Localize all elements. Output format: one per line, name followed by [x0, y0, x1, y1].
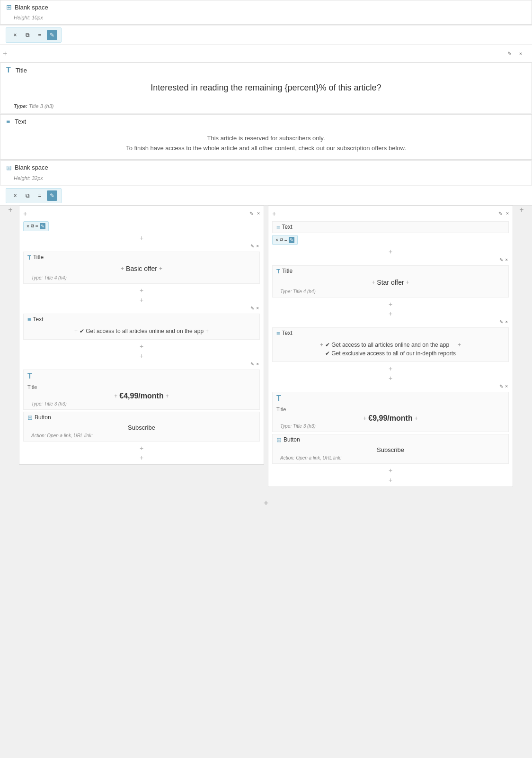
col2-price-meta: Type: Title 3 (h3)	[273, 423, 508, 432]
col2-plus-4[interactable]: +	[270, 309, 511, 318]
col1-title-right-plus[interactable]: +	[159, 265, 162, 272]
col1-title-content: Basic offer	[126, 265, 157, 272]
text-block-content: This article is reserved for subscribers…	[0, 128, 532, 159]
toolbar2-copy-btn[interactable]: ⧉	[22, 190, 33, 201]
col1-plus-2[interactable]: +	[21, 233, 262, 243]
col1-x-3[interactable]: ×	[256, 306, 259, 311]
left-add-btn[interactable]: +	[6, 206, 15, 214]
title-T-icon: T	[6, 66, 11, 74]
col2-plus-2[interactable]: +	[270, 247, 511, 256]
col1-tb-edit[interactable]: ✎	[40, 223, 45, 229]
col2-plus-bottom-2[interactable]: +	[270, 475, 511, 485]
col1-pencil-top[interactable]: ✎	[249, 211, 253, 216]
x-btn-1[interactable]: ×	[516, 49, 525, 58]
col1-pencil-2[interactable]: ✎	[250, 244, 254, 249]
text-block-icon: ≡	[6, 117, 10, 125]
col2-plus-6[interactable]: +	[270, 373, 511, 383]
col2-x-top[interactable]: ×	[506, 211, 509, 216]
col2-title-left-plus[interactable]: +	[372, 279, 375, 286]
col2-edit-row: ✎ ×	[270, 256, 511, 263]
col2-plus-bottom-1[interactable]: +	[270, 466, 511, 475]
col1-btn-preview: Subscribe	[24, 423, 259, 432]
col2-tb-close[interactable]: ×	[275, 237, 278, 243]
text-block-label: Text	[15, 118, 26, 125]
col2-price-x[interactable]: ×	[505, 384, 508, 389]
col2-plus-top[interactable]: +	[272, 210, 276, 217]
toolbar-copy-btn[interactable]: ⧉	[22, 30, 33, 40]
col1-price-right-plus[interactable]: +	[166, 393, 169, 399]
col2-text-sub-block: ≡ Text + ✔ Get access to all articles on…	[272, 327, 509, 362]
toolbar2-close-btn[interactable]: ×	[10, 190, 20, 201]
col1-plus-3[interactable]: +	[21, 286, 262, 295]
col2-pencil-3[interactable]: ✎	[499, 319, 503, 325]
col2-btn-grid-icon: ⊞	[276, 436, 282, 443]
bottom-add-btn[interactable]: +	[0, 493, 532, 514]
col2-price-left-plus[interactable]: +	[363, 415, 366, 422]
toolbar-edit-btn[interactable]: ✎	[47, 30, 57, 40]
col1-plus-4[interactable]: +	[21, 295, 262, 305]
col2-tb-edit[interactable]: ✎	[289, 237, 294, 243]
toolbar2-edit-btn[interactable]: ✎	[47, 190, 57, 201]
col1-tb-close[interactable]: ×	[27, 224, 29, 229]
col2-plus-3[interactable]: +	[270, 299, 511, 309]
col2-tb-menu[interactable]: =	[284, 237, 287, 243]
second-toolbar-row: × ⧉ = ✎	[0, 186, 532, 206]
blank-space-meta-2: Height: 32px	[0, 174, 532, 185]
col1-title-T: T	[27, 254, 31, 261]
col1-price-x[interactable]: ×	[256, 361, 259, 367]
col1-inner-toolbar: × ⧉ = ✎	[23, 221, 49, 231]
col2-tb-copy[interactable]: ⧉	[280, 237, 283, 243]
pencil-btn-1[interactable]: ✎	[505, 49, 514, 58]
col2-text-label: Text	[282, 330, 293, 336]
col1-title-label: Title	[33, 254, 44, 261]
col1-price-left-plus[interactable]: +	[114, 393, 117, 399]
blank-space-block-2: ⊞ Blank space Height: 32px	[0, 161, 532, 185]
col2-btn-label: Button	[284, 436, 300, 443]
toolbar-menu-btn[interactable]: =	[35, 30, 45, 40]
main-toolbar-row: × ⧉ = ✎	[0, 26, 532, 45]
col1-price-pencil[interactable]: ✎	[250, 361, 254, 367]
col2-price-pencil[interactable]: ✎	[499, 384, 503, 389]
column-1: + ✎ × × ⧉ = ✎ + ✎ × T Titl	[19, 206, 264, 465]
col1-x-2[interactable]: ×	[256, 244, 259, 249]
col1-tb-copy[interactable]: ⧉	[31, 223, 34, 229]
col2-pencil-top[interactable]: ✎	[498, 211, 502, 216]
main-toolbar: × ⧉ = ✎	[6, 27, 62, 43]
col2-price-content: €9,99/month	[368, 414, 412, 423]
second-toolbar: × ⧉ = ✎	[6, 188, 62, 203]
toolbar2-menu-btn[interactable]: =	[35, 190, 45, 201]
col2-x-3[interactable]: ×	[505, 319, 508, 325]
col1-plus-6[interactable]: +	[21, 351, 262, 361]
col1-price-meta: Type: Title 3 (h3)	[24, 400, 259, 409]
col1-text-right-plus[interactable]: +	[205, 328, 209, 334]
title-content-area: Interested in reading the remaining {per…	[0, 77, 532, 102]
col1-tb-menu[interactable]: =	[35, 224, 38, 229]
col2-text-left-plus[interactable]: +	[320, 342, 323, 348]
col1-btn-label: Button	[35, 414, 51, 421]
right-add-btn[interactable]: +	[517, 206, 526, 214]
col2-btn-sub-block: ⊞ Button Subscribe Action: Open a link, …	[272, 434, 509, 464]
add-icon-1: +	[3, 49, 7, 58]
col1-price-sub-block: T Title + €4,99/month + Type: Title 3 (h…	[23, 370, 260, 410]
col1-plus-5[interactable]: +	[21, 342, 262, 351]
col1-pencil-3[interactable]: ✎	[250, 306, 254, 311]
col1-x-top[interactable]: ×	[257, 211, 260, 216]
col2-plus-5[interactable]: +	[270, 364, 511, 373]
col1-plus-bottom-1[interactable]: +	[21, 443, 262, 453]
col2-x-2[interactable]: ×	[505, 257, 508, 262]
col1-plus-bottom-2[interactable]: +	[21, 453, 262, 462]
col1-btn-meta: Action: Open a link, URL link:	[24, 432, 259, 441]
add-row-1[interactable]: + ✎ ×	[0, 45, 532, 63]
col1-text-left-plus[interactable]: +	[74, 328, 78, 334]
col2-title-right-plus[interactable]: +	[406, 279, 409, 286]
toolbar-close-btn[interactable]: ×	[10, 30, 20, 40]
col2-text-outer-icon: ≡	[276, 224, 280, 231]
col1-plus-top[interactable]: +	[23, 210, 27, 217]
col2-text-right-plus[interactable]: +	[458, 342, 461, 348]
col2-pencil-2[interactable]: ✎	[499, 257, 503, 262]
col1-price-edit-row: ✎ ×	[21, 361, 262, 368]
grid-icon-1: ⊞	[6, 3, 12, 11]
col1-title-left-plus[interactable]: +	[121, 265, 124, 272]
col2-top-row: + ✎ ×	[270, 208, 511, 219]
col2-price-right-plus[interactable]: +	[415, 415, 418, 422]
